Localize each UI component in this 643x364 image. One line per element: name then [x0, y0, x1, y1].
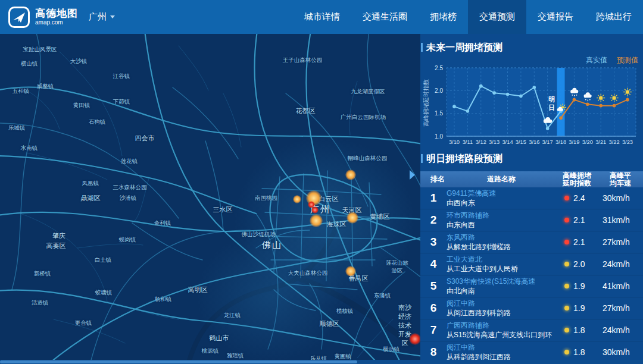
nav-item-2[interactable]: 交通生活圈 [351, 0, 419, 34]
table-row[interactable]: 1G9411莞佛高速由西向东2.430km/h [420, 187, 643, 209]
congestion-level-dot-icon [564, 196, 569, 200]
table-row[interactable]: 3东风西路从解放北路到增槎路2.127km/h [420, 231, 643, 253]
horizontal-scrollbar[interactable] [0, 360, 643, 364]
road-cell: 阅江中路从科韵路到阅江西路 [447, 343, 556, 362]
road-name-link[interactable]: 广园西路辅路 [447, 321, 556, 330]
city-name: 广州 [89, 11, 107, 23]
svg-text:2.5: 2.5 [435, 65, 443, 71]
delay-index-cell: 2.0 [556, 259, 598, 269]
rank-number: 4 [420, 258, 447, 271]
road-name-link[interactable]: 阅江中路 [447, 343, 556, 352]
svg-text:3/21: 3/21 [595, 139, 606, 145]
table-row[interactable]: 4工业大道北从工业大道中到人民桥2.024km/h [420, 253, 643, 275]
congestion-level-dot-icon [564, 218, 569, 222]
weekly-forecast-title: 未来一周拥堵预测 [420, 42, 502, 53]
col-delay-index: 高峰拥堵 延时指数 [556, 172, 598, 187]
nav-item-4[interactable]: 交通预测 [468, 0, 526, 34]
road-name-link[interactable]: 东风西路 [447, 233, 556, 242]
amap-logo[interactable]: 高德地图 amap.com [0, 7, 78, 28]
svg-text:3/22: 3/22 [609, 139, 620, 145]
road-name-link[interactable]: 工业大道北 [447, 255, 556, 264]
road-name-link[interactable]: 环市西路辅路 [447, 211, 556, 220]
avg-speed-value: 30km/h [598, 193, 643, 203]
delay-index-cell: 2.1 [556, 237, 598, 247]
table-row[interactable]: 2环市西路辅路由东向西2.131km/h [420, 209, 643, 231]
congestion-table-body: 1G9411莞佛高速由西向东2.430km/h2环市西路辅路由东向西2.131k… [420, 187, 643, 363]
road-direction: 由西向东 [447, 198, 556, 208]
congestion-marker[interactable] [310, 214, 323, 227]
svg-text:3/12: 3/12 [476, 139, 486, 145]
delay-index-value: 2.1 [573, 215, 585, 225]
delay-index-cell: 1.8 [556, 325, 598, 335]
svg-text:3/14: 3/14 [502, 139, 513, 145]
weekly-forecast-chart[interactable]: 明日3/103/113/123/133/143/153/163/173/183/… [420, 65, 643, 149]
scrollbar-thumb[interactable] [0, 360, 357, 363]
road-name-link[interactable]: S303华南快速(S15沈海高速 [447, 277, 556, 286]
road-cell: 工业大道北从工业大道中到人民桥 [447, 255, 556, 274]
nav-item-3[interactable]: 拥堵榜 [419, 0, 468, 34]
congestion-level-dot-icon [564, 262, 569, 266]
road-cell: 广园西路辅路从S15沈海高速广州支线出口到环 [447, 321, 556, 340]
logo-title: 高德地图 [35, 8, 78, 19]
paper-plane-icon [8, 7, 30, 28]
road-cell: 环市西路辅路由东向西 [447, 211, 556, 230]
delay-index-cell: 2.1 [556, 215, 598, 225]
avg-speed-value: 27km/h [598, 303, 643, 313]
delay-index-cell: 1.9 [556, 303, 598, 313]
col-rank: 排名 [420, 174, 447, 184]
nav-item-1[interactable]: 城市详情 [293, 0, 351, 34]
congestion-level-dot-icon [564, 240, 569, 244]
rank-number: 7 [420, 324, 447, 337]
delay-index-value: 2.1 [573, 237, 585, 247]
congestion-marker[interactable] [409, 333, 420, 345]
svg-text:2.0: 2.0 [435, 87, 443, 94]
city-selector[interactable]: 广州 [89, 11, 115, 23]
table-row[interactable]: 7广园西路辅路从S15沈海高速广州支线出口到环1.824km/h [420, 319, 643, 341]
delay-index-value: 1.9 [573, 303, 585, 313]
delay-index-value: 2.0 [573, 259, 585, 269]
road-direction: 由北向南 [447, 286, 556, 296]
svg-text:3/10: 3/10 [449, 139, 460, 145]
traffic-forecast-panel: 未来一周拥堵预测 真实值 预测值 明日3/103/113/123/133/143… [420, 34, 643, 364]
congestion-marker[interactable] [345, 170, 356, 180]
delay-index-value: 2.4 [573, 193, 585, 203]
road-cell: S303华南快速(S15沈海高速由北向南 [447, 277, 556, 296]
legend-predicted-value[interactable]: 预测值 [617, 55, 638, 65]
congestion-marker[interactable] [311, 206, 319, 214]
road-direction: 从解放北路到增槎路 [447, 242, 556, 252]
traffic-map[interactable]: 宝趾山风景区横山镇大沙镇江谷镇威整镇五和镇下茆镇黄田镇石狗镇乐城镇水南镇四会市莲… [0, 34, 420, 364]
svg-text:1.0: 1.0 [435, 133, 443, 140]
table-row[interactable]: 5S303华南快速(S15沈海高速由北向南1.941km/h [420, 275, 643, 297]
legend-real-value[interactable]: 真实值 [586, 55, 607, 65]
delay-index-cell: 1.8 [556, 347, 598, 357]
col-avg-speed: 高峰平 均车速 [598, 172, 643, 187]
congestion-level-dot-icon [564, 284, 569, 288]
nav-item-5[interactable]: 交通报告 [526, 0, 585, 34]
svg-text:3/15: 3/15 [516, 139, 526, 145]
avg-speed-value: 41km/h [598, 281, 643, 291]
congestion-marker[interactable] [347, 212, 358, 224]
congestion-marker[interactable] [293, 195, 301, 203]
nav-menu: 城市详情交通生活圈拥堵榜交通预测交通报告跨城出行 [293, 0, 643, 34]
congestion-marker[interactable] [345, 266, 356, 277]
avg-speed-value: 30km/h [598, 347, 643, 357]
road-name-link[interactable]: 阅江中路 [447, 299, 556, 308]
road-name-link[interactable]: G9411莞佛高速 [447, 189, 556, 198]
congestion-level-dot-icon [564, 328, 569, 332]
panel-collapse-arrow-icon[interactable] [410, 170, 415, 180]
svg-text:3/11: 3/11 [463, 139, 473, 145]
avg-speed-value: 27km/h [598, 237, 643, 247]
svg-text:3/19: 3/19 [569, 139, 579, 145]
congestion-level-dot-icon [564, 306, 569, 310]
avg-speed-value: 31km/h [598, 215, 643, 225]
rank-number: 5 [420, 280, 447, 293]
svg-text:3/17: 3/17 [542, 139, 553, 145]
road-direction: 从S15沈海高速广州支线出口到环 [447, 330, 556, 340]
road-direction: 由东向西 [447, 220, 556, 230]
table-row[interactable]: 6阅江中路从阅江西路到科韵路1.927km/h [420, 297, 643, 319]
nav-item-6[interactable]: 跨城出行 [585, 0, 643, 34]
delay-index-value: 1.8 [573, 325, 585, 335]
delay-index-cell: 2.4 [556, 193, 598, 203]
top-navbar: 高德地图 amap.com 广州 城市详情交通生活圈拥堵榜交通预测交通报告跨城出… [0, 0, 643, 34]
road-direction: 从阅江西路到科韵路 [447, 308, 556, 318]
